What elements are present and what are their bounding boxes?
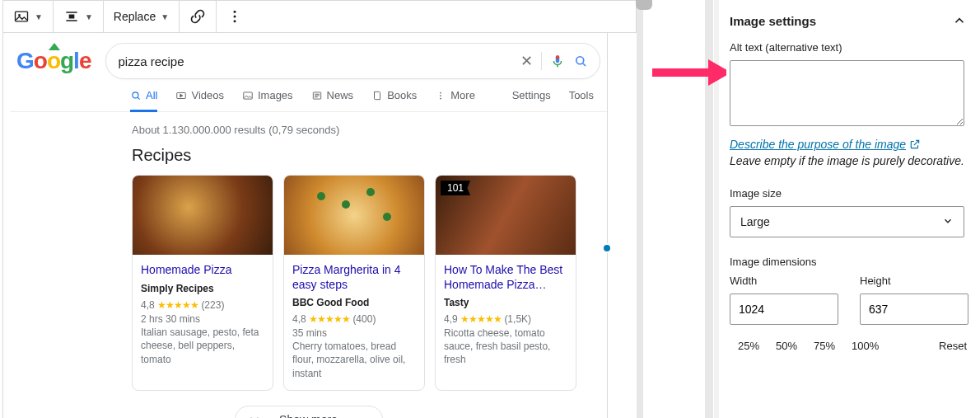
svg-rect-0 bbox=[16, 12, 28, 21]
describe-purpose-link[interactable]: Describe the purpose of the image bbox=[730, 138, 921, 151]
height-label: Height bbox=[860, 275, 973, 287]
tab-more[interactable]: More bbox=[435, 89, 475, 112]
more-options-button[interactable] bbox=[217, 1, 253, 32]
settings-sidebar: Image settings Alt text (alternative tex… bbox=[726, 0, 973, 355]
recipe-rating: 4,9 ★★★★★ (1,5K) bbox=[444, 313, 567, 325]
image-size-label: Image size bbox=[730, 187, 973, 200]
chevron-down-icon: ▼ bbox=[85, 12, 93, 21]
section-title: Recipes bbox=[132, 146, 600, 165]
settings-link[interactable]: Settings bbox=[512, 89, 551, 112]
resize-handle-right[interactable] bbox=[602, 243, 612, 253]
pct-75-button[interactable]: 75% bbox=[805, 336, 843, 355]
svg-point-4 bbox=[234, 16, 236, 18]
alt-text-label: Alt text (alternative text) bbox=[730, 41, 973, 54]
align-icon bbox=[63, 8, 80, 25]
panel-title: Image settings bbox=[730, 14, 816, 28]
chevron-down-icon bbox=[247, 412, 262, 418]
voice-icon[interactable] bbox=[550, 54, 565, 68]
panel-image-settings[interactable]: Image settings bbox=[726, 0, 973, 41]
align-button[interactable]: ▼ bbox=[54, 1, 104, 32]
editor-area: ▼ ▼ Replace ▼ Google bbox=[2, 0, 637, 418]
image-size-select[interactable]: Large bbox=[730, 206, 964, 237]
svg-point-12 bbox=[440, 92, 441, 93]
height-input[interactable] bbox=[860, 294, 968, 325]
reset-button[interactable]: Reset bbox=[939, 340, 973, 352]
svg-point-5 bbox=[234, 20, 236, 22]
recipe-time: 2 hrs 30 mins bbox=[141, 312, 264, 326]
width-input[interactable] bbox=[730, 294, 838, 325]
svg-point-8 bbox=[133, 92, 138, 97]
search-input[interactable] bbox=[118, 54, 512, 68]
svg-point-13 bbox=[440, 95, 441, 96]
svg-rect-10 bbox=[244, 92, 253, 98]
recipe-time: 35 mins bbox=[292, 326, 416, 340]
recipe-ingredients: Italian sausage, pesto, feta cheese, bel… bbox=[141, 326, 264, 366]
tab-videos[interactable]: Videos bbox=[175, 89, 224, 112]
tab-images[interactable]: Images bbox=[242, 89, 293, 112]
clear-icon[interactable]: ✕ bbox=[520, 52, 533, 70]
recipe-title: Homemade Pizza bbox=[141, 263, 264, 278]
recipe-card[interactable]: Pizza Margherita in 4 easy steps BBC Goo… bbox=[283, 175, 425, 391]
google-logo: Google bbox=[16, 48, 91, 74]
image-size-value: Large bbox=[740, 215, 770, 228]
drag-knob[interactable] bbox=[636, 0, 652, 10]
block-type-button[interactable]: ▼ bbox=[3, 1, 54, 32]
alt-help-text: Leave empty if the image is purely decor… bbox=[730, 153, 973, 169]
image-icon bbox=[242, 90, 254, 101]
show-more-button[interactable]: Show more bbox=[235, 406, 383, 418]
column-divider bbox=[637, 0, 643, 418]
svg-point-6 bbox=[556, 55, 560, 59]
recipe-thumb bbox=[284, 176, 424, 255]
image-block[interactable]: Google ✕ All bbox=[2, 33, 608, 418]
pct-25-button[interactable]: 25% bbox=[730, 336, 768, 355]
recipe-source: BBC Good Food bbox=[292, 297, 416, 308]
badge-101: 101 bbox=[441, 181, 470, 195]
tools-link[interactable]: Tools bbox=[569, 89, 594, 112]
external-link-icon bbox=[909, 139, 921, 150]
pct-50-button[interactable]: 50% bbox=[768, 336, 805, 355]
link-button[interactable] bbox=[180, 1, 217, 32]
chevron-up-icon bbox=[952, 13, 967, 28]
svg-rect-2 bbox=[69, 15, 75, 19]
search-icon[interactable] bbox=[573, 54, 588, 68]
pct-100-button[interactable]: 100% bbox=[843, 336, 887, 355]
annotation-arrow bbox=[651, 56, 733, 92]
recipe-title: Pizza Margherita in 4 easy steps bbox=[292, 263, 416, 292]
google-screenshot: Google ✕ All bbox=[10, 43, 600, 418]
recipe-source: Tasty bbox=[444, 297, 567, 308]
block-toolbar: ▼ ▼ Replace ▼ bbox=[2, 0, 637, 33]
replace-label: Replace bbox=[114, 10, 156, 23]
recipe-thumb bbox=[133, 176, 273, 255]
chevron-down-icon bbox=[942, 215, 954, 229]
kebab-icon bbox=[226, 8, 243, 25]
kebab-icon bbox=[435, 90, 446, 101]
recipe-thumb: 101 bbox=[436, 176, 576, 255]
news-icon bbox=[311, 90, 323, 101]
search-icon bbox=[130, 90, 142, 101]
tab-all[interactable]: All bbox=[130, 89, 157, 112]
recipe-card[interactable]: 101 How To Make The Best Homemade Pizza…… bbox=[435, 175, 576, 391]
video-icon bbox=[175, 90, 187, 101]
alt-text-input[interactable] bbox=[730, 60, 964, 126]
replace-button[interactable]: Replace ▼ bbox=[104, 1, 180, 32]
separator bbox=[541, 52, 542, 70]
result-stats: About 1.130.000.000 results (0,79 second… bbox=[132, 124, 600, 136]
link-icon bbox=[189, 8, 206, 25]
width-label: Width bbox=[730, 275, 843, 287]
recipe-rating: 4,8 ★★★★★ (400) bbox=[292, 313, 416, 325]
recipe-title: How To Make The Best Homemade Pizza… bbox=[444, 263, 567, 292]
recipe-rating: 4,8 ★★★★★ (223) bbox=[141, 299, 264, 311]
google-search-box: ✕ bbox=[105, 43, 600, 79]
book-icon bbox=[371, 90, 383, 101]
svg-point-14 bbox=[440, 97, 441, 99]
recipe-ingredients: Cherry tomatoes, bread flour, mozzarella… bbox=[292, 340, 416, 380]
svg-point-3 bbox=[234, 11, 236, 13]
tab-books[interactable]: Books bbox=[371, 89, 417, 112]
tab-news[interactable]: News bbox=[311, 89, 354, 112]
recipe-carousel: Homemade Pizza Simply Recipes 4,8 ★★★★★ … bbox=[132, 175, 600, 391]
image-dimensions-label: Image dimensions bbox=[730, 256, 973, 268]
chevron-down-icon: ▼ bbox=[161, 12, 169, 21]
recipe-card[interactable]: Homemade Pizza Simply Recipes 4,8 ★★★★★ … bbox=[132, 175, 273, 391]
image-block-icon bbox=[13, 8, 30, 25]
svg-point-7 bbox=[576, 57, 584, 64]
